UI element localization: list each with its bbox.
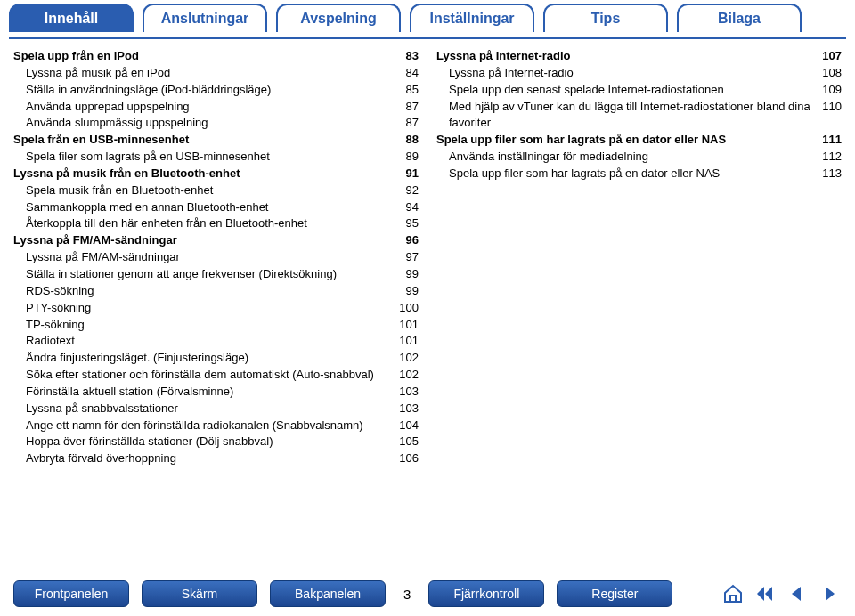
toc-label: Lyssna på FM/AM-sändningar <box>13 249 180 266</box>
toc-entry[interactable]: Spela upp filer som har lagrats på en da… <box>436 166 842 182</box>
page-number: 3 <box>398 587 416 602</box>
toc-label: Söka efter stationer och förinställa dem… <box>13 367 374 384</box>
toc-content: Spela upp från en iPod83Lyssna på musik … <box>0 48 855 467</box>
toc-label: Spela filer som lagrats på en USB-minnes… <box>13 149 270 166</box>
toc-label: Hoppa över förinställda stationer (Dölj … <box>13 434 273 450</box>
next-icon[interactable] <box>817 582 842 605</box>
toc-page: 103 <box>390 401 419 417</box>
toc-label: Spela upp den senast spelade Internet-ra… <box>436 82 724 99</box>
toc-entry[interactable]: PTY-sökning100 <box>13 300 419 317</box>
tab-tips[interactable]: Tips <box>543 4 668 32</box>
toc-page: 96 <box>397 232 419 249</box>
toc-page: 111 <box>813 132 842 149</box>
screen-button[interactable]: Skärm <box>142 580 257 607</box>
toc-page: 104 <box>390 417 419 434</box>
toc-page: 87 <box>397 99 419 116</box>
toc-entry[interactable]: Spela från en USB-minnesenhet88 <box>13 132 419 149</box>
toc-entry[interactable]: Söka efter stationer och förinställa dem… <box>13 367 419 384</box>
home-icon[interactable] <box>721 582 745 605</box>
toc-right-column: Lyssna på Internet-radio107Lyssna på Int… <box>436 48 842 467</box>
toc-page: 91 <box>397 166 419 182</box>
toc-label: Spela upp filer som har lagrats på en da… <box>436 132 726 149</box>
toc-label: RDS-sökning <box>13 283 94 300</box>
toc-page: 108 <box>813 65 842 82</box>
toc-entry[interactable]: Återkoppla till den här enheten från en … <box>13 215 419 232</box>
toc-entry[interactable]: Lyssna på musik på en iPod84 <box>13 65 419 82</box>
toc-entry[interactable]: Använda slumpmässig uppspelning87 <box>13 115 419 132</box>
prev-icon[interactable] <box>785 582 810 605</box>
toc-label: Lyssna på snabbvalsstationer <box>13 401 178 417</box>
back-double-icon[interactable] <box>753 582 778 605</box>
toc-entry[interactable]: Med hjälp av vTuner kan du lägga till In… <box>436 99 842 133</box>
toc-entry[interactable]: TP-sökning101 <box>13 317 419 334</box>
toc-left-column: Spela upp från en iPod83Lyssna på musik … <box>13 48 419 467</box>
toc-page: 109 <box>813 82 842 99</box>
top-tabs: InnehållAnslutningarAvspelningInställnin… <box>0 0 855 32</box>
toc-label: Spela musik från en Bluetooth-enhet <box>13 182 213 199</box>
toc-entry[interactable]: Radiotext101 <box>13 333 419 350</box>
toc-page: 99 <box>397 283 419 300</box>
toc-entry[interactable]: Lyssna på FM/AM-sändningar97 <box>13 249 419 266</box>
toc-label: Avbryta förvald överhoppning <box>13 450 176 467</box>
toc-page: 89 <box>397 149 419 166</box>
toc-entry[interactable]: Förinställa aktuell station (Förvalsminn… <box>13 384 419 401</box>
toc-page: 102 <box>390 350 419 367</box>
toc-page: 92 <box>397 182 419 199</box>
toc-label: Lyssna på Internet-radio <box>436 65 574 82</box>
toc-label: Radiotext <box>13 333 75 350</box>
index-button[interactable]: Register <box>557 580 672 607</box>
toc-label: Lyssna på FM/AM-sändningar <box>13 232 177 249</box>
toc-entry[interactable]: Ändra finjusteringsläget. (Finjusterings… <box>13 350 419 367</box>
toc-page: 88 <box>397 132 419 149</box>
backpanel-button[interactable]: Bakpanelen <box>270 580 386 607</box>
toc-entry[interactable]: RDS-sökning99 <box>13 283 419 300</box>
toc-label: Lyssna på Internet-radio <box>436 48 571 65</box>
tab-bilaga[interactable]: Bilaga <box>677 4 802 32</box>
toc-entry[interactable]: Lyssna på musik från en Bluetooth-enhet9… <box>13 166 419 182</box>
toc-entry[interactable]: Spela musik från en Bluetooth-enhet92 <box>13 182 419 199</box>
toc-entry[interactable]: Ställa in stationer genom att ange frekv… <box>13 266 419 283</box>
toc-page: 99 <box>397 266 419 283</box>
toc-entry[interactable]: Spela filer som lagrats på en USB-minnes… <box>13 149 419 166</box>
toc-label: Spela upp filer som har lagrats på en da… <box>436 166 720 182</box>
tab-avspelning[interactable]: Avspelning <box>276 4 401 32</box>
toc-entry[interactable]: Använda inställningar för mediadelning11… <box>436 149 842 166</box>
toc-page: 101 <box>390 333 419 350</box>
toc-entry[interactable]: Lyssna på FM/AM-sändningar96 <box>13 232 419 249</box>
toc-page: 107 <box>813 48 842 65</box>
toc-page: 95 <box>397 215 419 232</box>
toc-entry[interactable]: Lyssna på snabbvalsstationer103 <box>13 401 419 417</box>
tab-innehåll[interactable]: Innehåll <box>9 4 134 32</box>
toc-label: Med hjälp av vTuner kan du lägga till In… <box>436 99 813 133</box>
toc-entry[interactable]: Lyssna på Internet-radio107 <box>436 48 842 65</box>
toc-page: 94 <box>397 199 419 216</box>
tab-inställningar[interactable]: Inställningar <box>410 4 534 32</box>
toc-label: Återkoppla till den här enheten från en … <box>13 215 307 232</box>
toc-entry[interactable]: Ställa in användningsläge (iPod-bläddrin… <box>13 82 419 99</box>
toc-entry[interactable]: Lyssna på Internet-radio108 <box>436 65 842 82</box>
remote-button[interactable]: Fjärrkontroll <box>428 580 544 607</box>
toc-entry[interactable]: Sammankoppla med en annan Bluetooth-enhe… <box>13 199 419 216</box>
toc-page: 103 <box>390 384 419 401</box>
toc-page: 110 <box>813 99 842 133</box>
toc-entry[interactable]: Spela upp från en iPod83 <box>13 48 419 65</box>
toc-entry[interactable]: Avbryta förvald överhoppning106 <box>13 450 419 467</box>
tab-anslutningar[interactable]: Anslutningar <box>142 4 267 32</box>
toc-page: 113 <box>813 166 842 182</box>
toc-entry[interactable]: Spela upp filer som har lagrats på en da… <box>436 132 842 149</box>
toc-label: Ändra finjusteringsläget. (Finjusterings… <box>13 350 248 367</box>
toc-page: 101 <box>390 317 419 334</box>
toc-page: 105 <box>390 434 419 450</box>
toc-entry[interactable]: Använda upprepad uppspelning87 <box>13 99 419 116</box>
toc-page: 100 <box>390 300 419 317</box>
toc-page: 84 <box>397 65 419 82</box>
toc-entry[interactable]: Spela upp den senast spelade Internet-ra… <box>436 82 842 99</box>
toc-label: Lyssna på musik från en Bluetooth-enhet <box>13 166 240 182</box>
toc-label: Spela från en USB-minnesenhet <box>13 132 189 149</box>
toc-label: Använda slumpmässig uppspelning <box>13 115 208 132</box>
toc-page: 112 <box>813 149 842 166</box>
toc-entry[interactable]: Hoppa över förinställda stationer (Dölj … <box>13 434 419 450</box>
toc-entry[interactable]: Ange ett namn för den förinställda radio… <box>13 417 419 434</box>
toc-label: Använda upprepad uppspelning <box>13 99 190 116</box>
frontpanel-button[interactable]: Frontpanelen <box>13 580 129 607</box>
